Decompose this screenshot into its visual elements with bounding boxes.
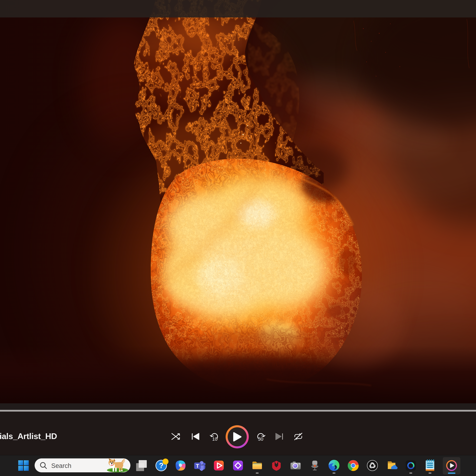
svg-text:10: 10 [212, 436, 217, 442]
svg-text:T: T [196, 463, 199, 469]
svg-text:30: 30 [258, 436, 263, 442]
